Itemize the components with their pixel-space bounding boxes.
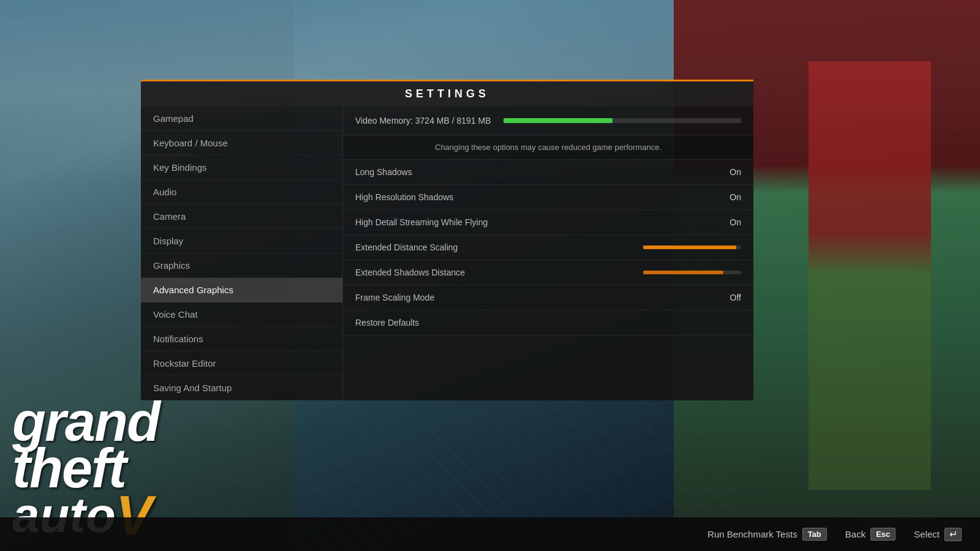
menu-item-gamepad[interactable]: Gamepad: [141, 107, 342, 131]
menu-item-saving-startup[interactable]: Saving And Startup: [141, 376, 342, 400]
extended-shadows-dist-slider[interactable]: [643, 271, 741, 274]
run-benchmark-label: Run Benchmark Tests: [707, 529, 797, 539]
video-memory-bar-fill: [503, 118, 613, 123]
video-memory-row: Video Memory: 3724 MB / 8191 MB: [343, 107, 753, 135]
settings-header: SETTINGS: [141, 80, 753, 107]
setting-value-high-res-shadows: On: [704, 192, 741, 202]
menu-item-advanced-graphics[interactable]: Advanced Graphics: [141, 278, 342, 302]
setting-value-high-detail-streaming: On: [704, 217, 741, 227]
settings-panel: SETTINGS Gamepad Keyboard / Mouse Key Bi…: [141, 80, 753, 400]
extended-shadows-dist-slider-fill: [643, 271, 723, 274]
menu-item-voice-chat[interactable]: Voice Chat: [141, 302, 342, 327]
menu-item-audio[interactable]: Audio: [141, 180, 342, 204]
setting-name-frame-scaling: Frame Scaling Mode: [355, 293, 704, 302]
run-benchmark-button[interactable]: Run Benchmark Tests Tab: [707, 528, 827, 541]
run-benchmark-key: Tab: [802, 528, 827, 541]
settings-menu: Gamepad Keyboard / Mouse Key Bindings Au…: [141, 107, 343, 400]
setting-name-high-res-shadows: High Resolution Shadows: [355, 192, 704, 202]
extended-distance-slider-fill: [643, 246, 736, 249]
performance-warning: Changing these options may cause reduced…: [343, 135, 753, 160]
setting-row-long-shadows[interactable]: Long Shadows On: [343, 160, 753, 185]
settings-title: SETTINGS: [405, 88, 489, 100]
back-key: Esc: [870, 528, 895, 541]
select-key: ↵: [944, 528, 962, 541]
setting-name-extended-distance: Extended Distance Scaling: [355, 242, 643, 252]
menu-item-display[interactable]: Display: [141, 229, 342, 253]
settings-body: Gamepad Keyboard / Mouse Key Bindings Au…: [141, 107, 753, 400]
setting-name-long-shadows: Long Shadows: [355, 167, 704, 177]
setting-row-extended-shadows-dist[interactable]: Extended Shadows Distance: [343, 260, 753, 285]
menu-item-graphics[interactable]: Graphics: [141, 253, 342, 278]
setting-row-frame-scaling[interactable]: Frame Scaling Mode Off: [343, 285, 753, 310]
setting-row-high-detail-streaming[interactable]: High Detail Streaming While Flying On: [343, 210, 753, 235]
menu-item-key-bindings[interactable]: Key Bindings: [141, 156, 342, 180]
setting-value-frame-scaling: Off: [704, 293, 741, 302]
select-label: Select: [914, 529, 940, 539]
video-memory-bar-track: [503, 118, 741, 123]
setting-value-long-shadows: On: [704, 167, 741, 177]
setting-row-extended-distance[interactable]: Extended Distance Scaling: [343, 235, 753, 260]
select-button[interactable]: Select ↵: [914, 528, 962, 541]
menu-item-notifications[interactable]: Notifications: [141, 327, 342, 351]
video-memory-label: Video Memory: 3724 MB / 8191 MB: [355, 116, 491, 126]
setting-row-high-res-shadows[interactable]: High Resolution Shadows On: [343, 185, 753, 210]
setting-row-restore-defaults[interactable]: Restore Defaults: [343, 310, 753, 335]
menu-item-camera[interactable]: Camera: [141, 204, 342, 229]
menu-item-rockstar-editor[interactable]: Rockstar Editor: [141, 351, 342, 376]
back-label: Back: [845, 529, 865, 539]
settings-content: Video Memory: 3724 MB / 8191 MB Changing…: [343, 107, 753, 400]
setting-name-high-detail-streaming: High Detail Streaming While Flying: [355, 217, 704, 227]
bottom-bar: Run Benchmark Tests Tab Back Esc Select …: [0, 517, 980, 551]
setting-name-restore-defaults: Restore Defaults: [355, 318, 741, 328]
menu-item-keyboard-mouse[interactable]: Keyboard / Mouse: [141, 131, 342, 156]
back-button[interactable]: Back Esc: [845, 528, 896, 541]
extended-distance-slider[interactable]: [643, 246, 741, 249]
setting-name-extended-shadows-dist: Extended Shadows Distance: [355, 268, 643, 277]
